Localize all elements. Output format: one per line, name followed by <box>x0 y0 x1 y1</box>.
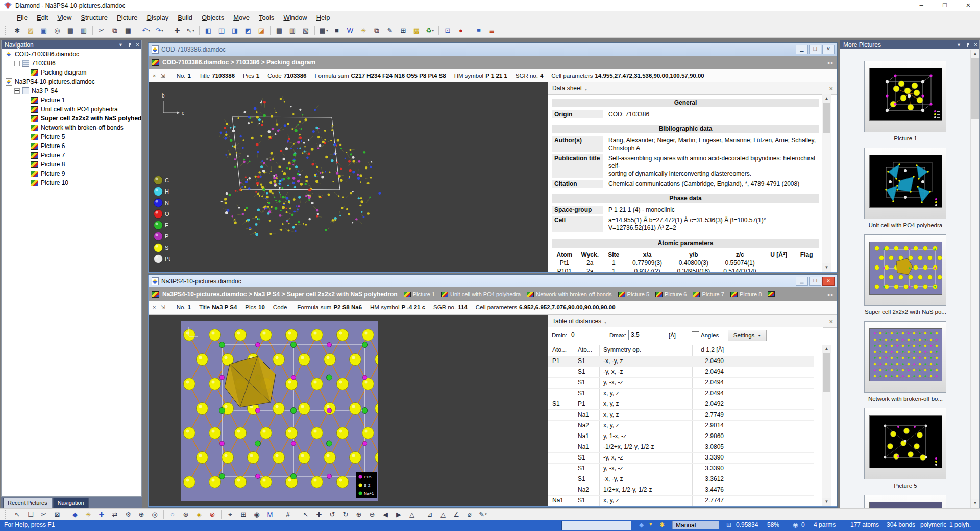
child-close-button[interactable]: ✕ <box>822 277 835 286</box>
dropdown-arrow-icon[interactable]: ▾ <box>148 29 150 33</box>
thumbnail-picture-5[interactable] <box>864 408 946 479</box>
picture-tab[interactable]: Picture 6 <box>655 291 687 297</box>
packing-diagram-canvas[interactable]: bcCHNOFPSPt <box>149 82 547 272</box>
auto-build-tool[interactable]: ⚙ <box>122 509 134 520</box>
tree-item[interactable]: Picture 6 <box>2 141 141 151</box>
distance-row[interactable]: Na1x, y, z2.7749 <box>548 409 814 421</box>
distance-row[interactable]: Na1-1/2+x, 1/2-y, 1/2-z3.0805 <box>548 442 814 453</box>
properties-pane-button[interactable]: ▧ <box>300 25 312 36</box>
search-atoms-tool[interactable]: ◎ <box>149 509 161 520</box>
minimize-button[interactable]: – <box>910 0 933 11</box>
tree-item[interactable]: Picture 1 <box>2 95 141 105</box>
add-bond-tool[interactable]: ✚ <box>95 509 108 520</box>
scroll-up-arrow[interactable]: ▲ <box>822 94 831 103</box>
polyhedra-tool[interactable]: ◈ <box>193 509 205 520</box>
distance-row[interactable]: Na1y, 1-x, -z2.9860 <box>548 431 814 442</box>
pointer-button[interactable]: ↖▾ <box>184 25 197 36</box>
add-atom-tool[interactable]: ◆ <box>69 509 81 520</box>
tree-item[interactable]: Picture 8 <box>2 160 141 169</box>
tab-scroll-arrows[interactable]: ◂ ▸ <box>823 292 834 297</box>
data-sheet-scrollbar[interactable]: ▲ ▼ <box>822 94 831 272</box>
draw-tool[interactable]: ✎▾ <box>477 509 489 520</box>
dropdown-arrow-icon[interactable]: ▾ <box>432 29 434 33</box>
find-button[interactable]: ◎ <box>51 25 63 36</box>
previous-view-button[interactable]: ◀ <box>379 509 391 520</box>
menu-view[interactable]: View <box>53 12 76 23</box>
tree-item[interactable]: Super cell 2x2x2 with NaS polyhedron <box>2 114 141 123</box>
cut-selection-tool[interactable]: ✂ <box>38 509 50 520</box>
breadcrumb[interactable]: Na3PS4-10-pictures.diamdoc > Na3 P S4 > … <box>162 291 398 298</box>
distance-row[interactable]: S1-y, x, -z2.0494 <box>548 367 814 378</box>
thumbnail-picture-1[interactable] <box>864 61 946 132</box>
grid-tool[interactable]: # <box>282 509 294 520</box>
select-tool[interactable]: ↖ <box>11 509 23 520</box>
build-molecule-tool[interactable]: ✳ <box>82 509 94 520</box>
navigation-pane-button[interactable]: ◧ <box>202 25 214 36</box>
update-button[interactable]: ♻▾ <box>424 25 436 36</box>
close-icon[interactable]: × <box>136 41 139 49</box>
picture-tab[interactable]: Network with broken-off bonds <box>527 291 611 297</box>
edit-picture-button[interactable]: ✎ <box>384 25 396 36</box>
measure-torsion-tool[interactable]: ⌀ <box>463 509 476 520</box>
pointer-mode-tool[interactable]: ↖ <box>300 509 312 520</box>
menu-picture[interactable]: Picture <box>112 12 142 23</box>
tree-expander-icon[interactable] <box>14 61 20 66</box>
menu-display[interactable]: Display <box>142 12 174 23</box>
scroll-thumb[interactable] <box>823 103 830 133</box>
menu-window[interactable]: Window <box>279 12 311 23</box>
tree-item[interactable]: 7103386 <box>2 59 141 68</box>
scroll-up-arrow[interactable]: ▲ <box>822 345 831 353</box>
measure-plane-tool[interactable]: △ <box>437 509 449 520</box>
picture-tab[interactable]: Picture 1 <box>404 291 435 297</box>
more-pictures-scrollbar[interactable]: ▲ ▼ <box>970 50 979 508</box>
menu-move[interactable]: Move <box>229 12 254 23</box>
insert-picture-button[interactable]: ⊞ <box>397 25 409 36</box>
atom-design-tool[interactable]: ⊛ <box>180 509 192 520</box>
datasheet-pane-button[interactable]: ▤ <box>273 25 285 36</box>
tree-item[interactable]: Na3PS4-10-pictures.diamdoc <box>2 77 141 86</box>
redo-button[interactable]: ↷▾ <box>153 25 165 36</box>
scroll-up-arrow[interactable]: ▲ <box>971 50 979 58</box>
table-row[interactable]: Pt12a10.77909(3)0.40800(3)0.55074(1) <box>552 259 819 267</box>
child-minimize-button[interactable]: ▁ <box>796 277 808 286</box>
pin-icon[interactable] <box>128 43 132 47</box>
picture-pane-button[interactable]: ◩ <box>242 25 254 36</box>
dropdown-arrow-icon[interactable]: ▾ <box>326 29 328 33</box>
tree-item[interactable]: Packing diagram <box>2 68 141 77</box>
scroll-down-arrow[interactable]: ▼ <box>822 498 831 506</box>
thumbnail-network-with-broken-off-bo-[interactable] <box>864 321 946 393</box>
chevron-down-icon[interactable]: ▾ <box>585 87 587 92</box>
distance-row[interactable]: S1y, -x, -z2.0494 <box>548 377 814 389</box>
table-view-button[interactable]: ▦▾ <box>317 25 330 36</box>
black-screen-button[interactable]: ■ <box>331 25 343 36</box>
distances-scrollbar[interactable]: ▲ ▼ <box>822 345 831 506</box>
picture-tab[interactable]: Picture 7 <box>693 291 724 297</box>
chevron-down-icon[interactable]: ▼ <box>118 42 123 47</box>
report-preview-button[interactable]: ⊡ <box>442 25 454 36</box>
table-row[interactable]: P1012a10.9377(2)0.34958(16)0.51443(14) <box>552 267 819 272</box>
data-brief-pane-button[interactable]: ◨ <box>229 25 241 36</box>
measure-distance-tool[interactable]: ⊿ <box>424 509 436 520</box>
menu-help[interactable]: Help <box>312 12 335 23</box>
copy-button[interactable]: ⧉ <box>109 25 121 36</box>
menu-edit[interactable]: Edit <box>32 12 53 23</box>
breadcrumb[interactable]: COD-7103386.diamdoc > 7103386 > Packing … <box>162 59 315 66</box>
distance-row[interactable]: S1P1x, y, z2.0492 <box>548 399 814 410</box>
toolbar-handle[interactable] <box>5 510 8 519</box>
child-minimize-button[interactable]: ▁ <box>796 45 808 54</box>
chevron-down-icon[interactable]: ▾ <box>604 320 606 325</box>
next-view-button[interactable]: ▶ <box>393 509 405 520</box>
na3ps4-window-titlebar[interactable]: Na3PS4-10-pictures.diamdoc ▁ ❐ ✕ <box>149 275 837 287</box>
distance-row[interactable]: S1y, -x, -z3.3390 <box>548 463 814 474</box>
close-picture-icon[interactable]: × <box>153 73 156 79</box>
open-document-button[interactable]: ▨ <box>24 25 37 36</box>
cod-window-titlebar[interactable]: COD-7103386.diamdoc ▁ ❐ ✕ <box>149 43 837 56</box>
close-icon[interactable]: × <box>829 318 833 325</box>
menu-structure[interactable]: Structure <box>76 12 112 23</box>
status-mode[interactable]: Manual <box>672 521 719 529</box>
ellipsoid-tool[interactable]: ○ <box>166 509 179 520</box>
menu-tools[interactable]: Tools <box>254 12 279 23</box>
supercell-picture-canvas[interactable]: P+5S-2Na+1 <box>149 315 547 506</box>
distance-row[interactable]: P1S1-x, -y, z2.0490 <box>548 356 814 367</box>
record-button[interactable]: ● <box>455 25 467 36</box>
